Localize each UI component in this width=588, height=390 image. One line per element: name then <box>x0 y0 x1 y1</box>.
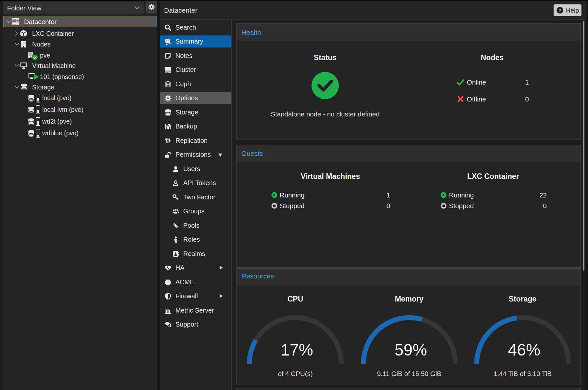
svg-text:?: ? <box>558 8 561 13</box>
